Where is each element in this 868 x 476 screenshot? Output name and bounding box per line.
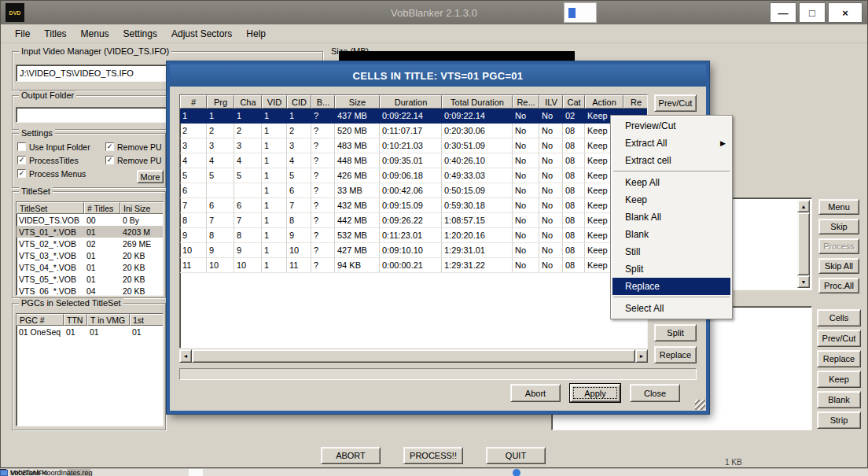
titleset-table[interactable]: TitleSet# TitlesIni SizeVIDEO_TS.VOB000 … bbox=[16, 201, 164, 296]
replace-button[interactable]: Replace bbox=[654, 346, 697, 363]
quit-button[interactable]: QUIT bbox=[486, 447, 546, 464]
cells-table[interactable]: #PrgChaVIDCIDB...SizeDurationTotal Durat… bbox=[179, 94, 648, 349]
process-button[interactable]: PROCESS!! bbox=[403, 447, 463, 464]
proc-all-button[interactable]: Proc.All bbox=[818, 278, 859, 293]
scroll-up-button[interactable]: ▲ bbox=[797, 200, 810, 212]
titles-scrollbar[interactable]: ▲ ▼ bbox=[797, 200, 810, 288]
close-button[interactable]: Close bbox=[630, 384, 680, 402]
cells-button[interactable]: Cells bbox=[817, 309, 861, 327]
skip-all-button[interactable]: Skip All bbox=[818, 258, 859, 274]
column-header-cha[interactable]: Cha bbox=[234, 95, 262, 109]
skip-button[interactable]: Skip bbox=[818, 219, 859, 234]
column-header-vid[interactable]: VID bbox=[262, 95, 287, 109]
scroll-left-button[interactable]: ◄ bbox=[179, 349, 192, 363]
keep-button[interactable]: Keep bbox=[817, 371, 861, 388]
column-header-duration[interactable]: Duration bbox=[380, 95, 442, 109]
context-menu-item-extract-all[interactable]: Extract All▶ bbox=[612, 135, 730, 152]
taskbar-item-vobblank-koordinates-reg[interactable]: VobBlank KoordInates.reg bbox=[0, 469, 93, 476]
abort-button[interactable]: Abort bbox=[510, 384, 561, 402]
process-button[interactable]: Process bbox=[818, 238, 859, 254]
prev-cut-button[interactable]: Prev/Cut bbox=[817, 330, 861, 347]
table-row[interactable]: VTS_02_*.VOB02269 ME bbox=[17, 238, 163, 249]
context-menu-item-blank-all[interactable]: Blank All bbox=[612, 208, 730, 226]
table-row[interactable]: VTS_04_*.VOB0120 KB bbox=[17, 261, 163, 273]
prev-cut-button[interactable]: Prev/Cut bbox=[654, 94, 697, 112]
split-button[interactable]: Split bbox=[654, 324, 697, 341]
column-header-total-duration[interactable]: Total Duration bbox=[442, 95, 513, 109]
column-header-prg[interactable]: Prg bbox=[207, 95, 234, 109]
menu-button[interactable]: Menu bbox=[818, 199, 859, 215]
table-row[interactable]: 55515?426 MB0:09:06.180:49:33.03NoNo08Ke… bbox=[180, 168, 647, 183]
column-header-pgc[interactable]: PGC # bbox=[17, 314, 64, 326]
title-bar[interactable]: DVD VobBlanker 2.1.3.0 — □ × bbox=[1, 1, 867, 24]
context-menu-item-blank[interactable]: Blank bbox=[612, 226, 730, 243]
column-header-action[interactable]: Action bbox=[585, 95, 623, 109]
context-menu-item-keep[interactable]: Keep bbox=[612, 191, 730, 208]
replace-button[interactable]: Replace bbox=[817, 350, 861, 367]
apply-button[interactable]: Apply bbox=[570, 384, 620, 402]
menu-item-titles[interactable]: Titles bbox=[38, 27, 72, 41]
context-menu-item-replace[interactable]: Replace bbox=[612, 278, 730, 295]
table-row[interactable]: 01 OneSeq010101 bbox=[17, 326, 163, 338]
table-row[interactable]: 44414?448 MB0:09:35.010:40:26.10NoNo08Ke… bbox=[180, 153, 647, 168]
column-header-titleset[interactable]: TitleSet bbox=[17, 202, 84, 214]
column-header-size[interactable]: Size bbox=[335, 95, 380, 109]
checkbox-remove-pu[interactable]: ✓Remove PU bbox=[105, 156, 165, 165]
pgc-table[interactable]: PGC #TTNT in VMG1st01 OneSeq010101 bbox=[16, 313, 164, 426]
blank-button[interactable]: Blank bbox=[817, 391, 861, 408]
table-row[interactable]: VTS_01_*.VOB014203 M bbox=[17, 226, 163, 238]
column-header-ilv[interactable]: ILV bbox=[539, 95, 563, 109]
menu-item-settings[interactable]: Settings bbox=[117, 27, 164, 41]
cells-horizontal-scrollbar[interactable]: ◄ ► bbox=[179, 349, 648, 363]
menu-item-adjust-sectors[interactable]: Adjust Sectors bbox=[165, 27, 238, 41]
column-header-1st[interactable]: 1st bbox=[130, 314, 164, 326]
checkbox-processtitles[interactable]: ✓ProcessTitles bbox=[17, 156, 105, 165]
checkbox-process-menus[interactable]: ✓Process Menus bbox=[17, 169, 105, 179]
table-row[interactable]: 33313?483 MB0:10:21.030:30:51.09NoNo08Ke… bbox=[180, 138, 647, 153]
column-header-cat[interactable]: Cat bbox=[563, 95, 585, 109]
scroll-right-button[interactable]: ► bbox=[635, 349, 648, 363]
table-row[interactable]: 11111?437 MB0:09:22.140:09:22.14NoNo02Ke… bbox=[180, 109, 647, 124]
column-header-cid[interactable]: CID bbox=[287, 95, 311, 109]
column-header-titles[interactable]: # Titles bbox=[84, 202, 120, 214]
column-header-re[interactable]: Re... bbox=[513, 95, 539, 109]
menu-item-help[interactable]: Help bbox=[240, 27, 272, 41]
minimize-button[interactable]: — bbox=[770, 2, 796, 23]
table-row[interactable]: VTS_05_*.VOB0120 KB bbox=[17, 273, 163, 285]
context-menu-item-keep-all[interactable]: Keep All bbox=[612, 174, 730, 191]
more-button[interactable]: More bbox=[137, 170, 164, 183]
dialog-title-bar[interactable]: CELLS IN TITLE: VTS=01 PGC=01 bbox=[170, 65, 706, 87]
resize-grip[interactable] bbox=[695, 400, 705, 410]
table-row[interactable]: 1099110?427 MB0:09:10.101:29:31.01NoNo08… bbox=[180, 243, 647, 258]
table-row[interactable]: 98819?532 MB0:11:23.011:20:20.16NoNo08Ke… bbox=[180, 228, 647, 243]
maximize-button[interactable]: □ bbox=[799, 2, 826, 23]
horizontal-scrollbar-thumb[interactable] bbox=[192, 349, 635, 363]
column-header-b[interactable]: B... bbox=[311, 95, 335, 109]
column-header-ttn[interactable]: TTN bbox=[64, 314, 87, 326]
table-row[interactable]: 76617?432 MB0:09:15.090:59:30.18NoNo08Ke… bbox=[180, 198, 647, 213]
scrollbar-thumb[interactable] bbox=[797, 212, 810, 275]
table-row[interactable]: 616?33 MB0:00:42.060:50:15.09NoNo08Keep bbox=[180, 183, 647, 198]
scroll-down-button[interactable]: ▼ bbox=[797, 275, 810, 288]
checkbox-remove-pu[interactable]: ✓Remove PU bbox=[105, 142, 165, 152]
table-row[interactable]: 22212?520 MB0:11:07.170:20:30.06NoNo08Ke… bbox=[180, 124, 647, 138]
context-menu-item-select-all[interactable]: Select All bbox=[612, 300, 730, 317]
table-row[interactable]: VTS_06_*.VOB0420 KB bbox=[17, 285, 163, 296]
close-button[interactable]: × bbox=[828, 2, 862, 23]
table-row[interactable]: 87718?442 MB0:09:26.221:08:57.15NoNo08Ke… bbox=[180, 213, 647, 228]
column-header-t-in-vmg[interactable]: T in VMG bbox=[87, 314, 130, 326]
column-header-item[interactable]: # bbox=[180, 95, 207, 109]
table-row[interactable]: VIDEO_TS.VOB000 By bbox=[17, 214, 163, 226]
context-menu-item-split[interactable]: Split bbox=[612, 260, 730, 278]
table-row[interactable]: VTS_03_*.VOB0120 KB bbox=[17, 249, 163, 261]
strip-button[interactable]: Strip bbox=[817, 411, 861, 429]
column-header-ini-size[interactable]: Ini Size bbox=[120, 202, 164, 214]
menu-item-menus[interactable]: Menus bbox=[75, 27, 116, 41]
context-menu-item-preview-cut[interactable]: Preview/Cut bbox=[612, 117, 730, 135]
checkbox-use-input-folder[interactable]: Use Input Folder bbox=[17, 142, 105, 152]
column-header-re[interactable]: Re bbox=[623, 95, 648, 109]
context-menu-item-extract-cell[interactable]: Extract cell bbox=[612, 152, 730, 169]
menu-item-file[interactable]: File bbox=[9, 27, 36, 41]
context-menu-item-still[interactable]: Still bbox=[612, 243, 730, 260]
abort-button[interactable]: ABORT bbox=[321, 447, 381, 464]
